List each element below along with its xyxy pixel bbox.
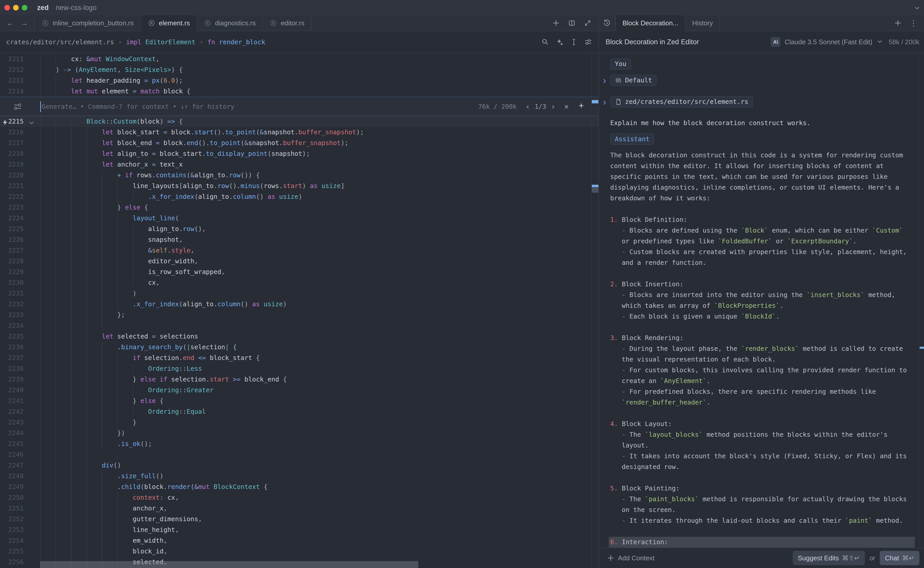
code-line: 2220+ if rows.contains(&align_to.row()) …: [0, 170, 599, 181]
code-line: 2245.is_ok();: [0, 438, 599, 449]
tab-inline_completion_button.rs[interactable]: Rinline_completion_button.rs: [34, 15, 141, 31]
tab-nav: ← →: [0, 15, 34, 31]
assistant-bullet: - The `layout_blocks` method positions t…: [610, 429, 924, 451]
token-count: 58k / 200k: [889, 38, 919, 46]
code-editor[interactable]: 2211cx: &mut WindowContext,2212) -> (Any…: [0, 53, 599, 568]
inline-assist-input[interactable]: Generate… • Command-? for context • ↓↑ f…: [0, 97, 599, 116]
chevron-right-icon[interactable]: [602, 98, 608, 109]
panel-scrollbar-track[interactable]: [919, 53, 919, 548]
forward-button[interactable]: →: [20, 19, 28, 27]
context-chip-file[interactable]: zed/crates/editor/src/element.rs: [610, 96, 753, 107]
code-line: 2216let block_start = block.start().to_p…: [0, 127, 599, 137]
svg-text:R: R: [206, 21, 209, 25]
assistant-bullet: - For predefined blocks, there are speci…: [610, 386, 924, 408]
horizontal-scrollbar-thumb[interactable]: [40, 561, 418, 568]
chevron-down-icon[interactable]: [914, 5, 920, 12]
maximize-pane-button[interactable]: [584, 19, 592, 27]
line-number: 2232: [8, 299, 24, 310]
svg-text:R: R: [150, 21, 153, 25]
line-number: 2215: [8, 116, 24, 127]
chevron-right-icon[interactable]: [602, 77, 608, 88]
assistant-section: 6. Interaction:: [610, 537, 924, 548]
code-line: 2247div(): [0, 460, 599, 471]
next-suggestion-icon[interactable]: ›: [551, 102, 555, 111]
line-number: 2248: [8, 471, 24, 482]
search-icon[interactable]: [541, 38, 549, 46]
tab-editor.rs[interactable]: Reditor.rs: [263, 15, 312, 31]
breadcrumb[interactable]: crates/editor/src/element.rs›impl Editor…: [6, 38, 265, 46]
more-menu-icon[interactable]: ⋮: [910, 19, 917, 28]
tab-diagnostics.rs[interactable]: Rdiagnostics.rs: [197, 15, 263, 31]
code-line: 2226snapshot,: [0, 234, 599, 245]
assistant-section: 1. Block Definition:- Blocks are defined…: [610, 215, 924, 268]
zoom-window-button[interactable]: [22, 5, 27, 11]
model-selector[interactable]: A\ Claude 3.5 Sonnet (Fast Edit) 58k / 2…: [771, 37, 919, 47]
line-number: 2220: [8, 170, 24, 181]
tab-element.rs[interactable]: Relement.rs: [141, 15, 197, 31]
suggest-edits-button[interactable]: Suggest Edits ⌘⇧↵: [793, 551, 865, 565]
code-line: 2223} else {: [0, 202, 599, 213]
assistant-panel: Block Decoration...History ⋮ Block Decor…: [599, 15, 924, 568]
you-role-chip[interactable]: You: [610, 58, 631, 69]
line-number: 2249: [8, 482, 24, 492]
code-line: 2236.binary_search_by(|selection| {: [0, 342, 599, 353]
assistant-paragraph: The block decoration construct in this c…: [610, 150, 924, 204]
chat-button[interactable]: Chat ⌘↵: [880, 551, 919, 565]
line-number: 2237: [8, 353, 24, 363]
project-name[interactable]: new-css-logo: [56, 4, 97, 12]
assistant-bullet: - Each block is given a unique `BlockId`…: [610, 311, 924, 322]
context-connector-icon[interactable]: [13, 102, 22, 112]
line-number: 2230: [8, 277, 24, 288]
line-number: 2225: [8, 224, 24, 234]
code-line: 2249.child(block.render(&mut BlockContex…: [0, 482, 599, 492]
line-number: 2254: [8, 535, 24, 546]
line-number: 2253: [8, 524, 24, 535]
line-number: 2245: [8, 438, 24, 449]
tab-History[interactable]: History: [685, 15, 720, 31]
inline-assist-icon[interactable]: [555, 38, 564, 46]
editor-scrollbar-track[interactable]: [591, 53, 592, 568]
back-button[interactable]: ←: [6, 19, 14, 27]
line-number: 2229: [8, 267, 24, 277]
code-line: 2221line_layouts[align_to.row().minus(ro…: [0, 181, 599, 191]
history-icon[interactable]: [603, 19, 611, 27]
assistant-bullet: - Custom blocks are created with propert…: [610, 247, 924, 268]
code-line: 2240Ordering::Greater: [0, 385, 599, 396]
code-line: 2238Ordering::Less: [0, 363, 599, 374]
prev-suggestion-icon[interactable]: ‹: [525, 102, 530, 111]
new-thread-button[interactable]: [894, 19, 902, 27]
split-pane-button[interactable]: [568, 19, 576, 27]
ibeam-cursor-icon[interactable]: [570, 38, 578, 46]
new-tab-button[interactable]: [552, 19, 560, 27]
line-number: 2212: [8, 65, 24, 75]
assistant-role-chip[interactable]: Assistant: [610, 134, 654, 145]
sparkle-icon[interactable]: [578, 102, 585, 111]
thread-title: Block Decoration in Zed Editor: [606, 38, 699, 46]
line-number: 2241: [8, 396, 24, 406]
code-line: 2219let anchor_x = text_x: [0, 159, 599, 170]
assistant-tab-bar: Block Decoration...History ⋮: [599, 15, 924, 31]
editor-scrollbar-thumb[interactable]: [592, 187, 599, 193]
panel-scrollbar-marker: [919, 347, 924, 349]
assistant-thread[interactable]: YouDefaultzed/crates/editor/src/element.…: [599, 53, 924, 548]
line-number: 2252: [8, 514, 24, 524]
code-line: 2231): [0, 288, 599, 299]
svg-text:R: R: [44, 21, 47, 25]
minimize-window-button[interactable]: [13, 5, 19, 11]
line-number: 2235: [8, 331, 24, 342]
svg-text:R: R: [272, 21, 275, 25]
code-line: 2246: [0, 449, 599, 460]
assistant-section: 2. Block Insertion:- Blocks are inserted…: [610, 279, 924, 322]
editor-pane: ← → Rinline_completion_button.rsRelement…: [0, 15, 599, 568]
line-number: 2256: [8, 557, 24, 568]
editor-settings-icon[interactable]: [584, 38, 592, 46]
line-number: 2243: [8, 417, 24, 428]
code-line: 2239} else if selection.start >= block_e…: [0, 374, 599, 385]
code-line: 2241} else {: [0, 396, 599, 406]
tab-Block Decoration...[interactable]: Block Decoration...: [615, 15, 685, 31]
context-chip-default[interactable]: Default: [610, 75, 656, 86]
close-window-button[interactable]: [5, 5, 10, 11]
close-assist-icon[interactable]: ×: [564, 102, 569, 111]
code-line: 2233};: [0, 310, 599, 320]
add-context-button[interactable]: Add Context: [606, 554, 655, 562]
